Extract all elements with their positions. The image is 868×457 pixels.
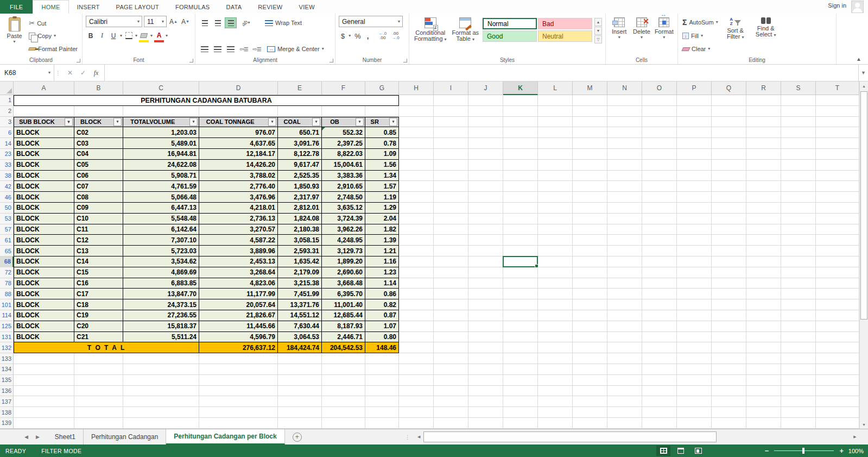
cell[interactable]: C08	[74, 192, 123, 203]
cell[interactable]	[399, 342, 434, 353]
cell[interactable]	[712, 267, 746, 278]
cell[interactable]: BLOCK	[14, 332, 74, 343]
row-header-114[interactable]: 114	[0, 310, 14, 321]
cell[interactable]: 4,596.79	[199, 332, 278, 343]
cell[interactable]: 27,236.55	[123, 310, 199, 321]
cell[interactable]	[677, 278, 712, 289]
cell[interactable]	[573, 214, 607, 224]
cell[interactable]	[677, 138, 712, 149]
row-header-1[interactable]: 1	[0, 95, 14, 106]
cell[interactable]	[399, 171, 434, 181]
cell[interactable]: 0.87	[365, 310, 399, 321]
cell[interactable]	[642, 299, 677, 310]
cell[interactable]: 7,451.99	[278, 289, 322, 299]
cell[interactable]: 11,001.40	[322, 299, 365, 310]
cell[interactable]	[503, 332, 538, 343]
cell[interactable]: C07	[74, 181, 123, 192]
cell[interactable]	[642, 192, 677, 203]
cell[interactable]	[538, 160, 573, 171]
column-header-F[interactable]: F	[322, 82, 365, 95]
cell[interactable]	[573, 396, 607, 407]
cell[interactable]: 1,824.08	[278, 214, 322, 224]
cell[interactable]	[642, 235, 677, 246]
cell[interactable]	[573, 364, 607, 375]
cell[interactable]	[642, 310, 677, 321]
cell[interactable]: 1.57	[365, 181, 399, 192]
cell[interactable]	[642, 386, 677, 397]
find-select-button[interactable]: Find & Select ▾	[752, 16, 780, 55]
cell[interactable]	[607, 203, 642, 214]
cell[interactable]	[816, 332, 859, 343]
cell[interactable]	[607, 353, 642, 364]
cell[interactable]	[538, 127, 573, 138]
cell[interactable]	[746, 127, 781, 138]
total-cell[interactable]: 184,424.74	[278, 342, 322, 353]
cell[interactable]	[365, 375, 399, 386]
cell[interactable]	[712, 342, 746, 353]
cell[interactable]	[816, 364, 859, 375]
cell[interactable]	[677, 375, 712, 386]
cell[interactable]	[123, 386, 199, 397]
row-header-78[interactable]: 78	[0, 278, 14, 289]
cell[interactable]	[123, 364, 199, 375]
cell[interactable]	[642, 321, 677, 332]
cell[interactable]	[573, 353, 607, 364]
cell[interactable]	[746, 267, 781, 278]
cell[interactable]	[712, 203, 746, 214]
cell[interactable]	[816, 203, 859, 214]
merge-center-button[interactable]: ↔Merge & Center ▾	[266, 43, 325, 54]
cell[interactable]	[781, 396, 816, 407]
cell[interactable]	[503, 192, 538, 203]
cell[interactable]	[434, 127, 468, 138]
tab-view[interactable]: VIEW	[291, 0, 323, 14]
cell[interactable]	[607, 117, 642, 128]
cell[interactable]: 13,847.70	[123, 289, 199, 299]
zoom-slider-thumb[interactable]	[802, 448, 804, 454]
cell[interactable]	[573, 289, 607, 299]
style-bad[interactable]: Bad	[538, 18, 592, 29]
cell[interactable]	[74, 386, 123, 397]
cell[interactable]: 4,587.22	[199, 235, 278, 246]
cell[interactable]	[434, 214, 468, 224]
enter-icon[interactable]: ✓	[77, 69, 89, 77]
cell[interactable]	[607, 106, 642, 117]
cell[interactable]	[278, 375, 322, 386]
cell[interactable]	[712, 95, 746, 106]
cell[interactable]	[781, 407, 816, 418]
cell[interactable]	[434, 289, 468, 299]
cell[interactable]: C19	[74, 310, 123, 321]
cell[interactable]	[468, 181, 503, 192]
cell[interactable]	[322, 418, 365, 429]
cell[interactable]	[573, 203, 607, 214]
cell[interactable]	[573, 192, 607, 203]
cell[interactable]	[816, 289, 859, 299]
cell[interactable]	[399, 127, 434, 138]
cell[interactable]	[123, 396, 199, 407]
cell[interactable]	[781, 224, 816, 235]
cell[interactable]	[712, 310, 746, 321]
cell[interactable]	[642, 332, 677, 343]
cell[interactable]	[816, 160, 859, 171]
cell[interactable]	[573, 310, 607, 321]
cell[interactable]	[607, 321, 642, 332]
column-header-M[interactable]: M	[573, 82, 607, 95]
cell[interactable]	[677, 396, 712, 407]
cell[interactable]	[781, 171, 816, 181]
column-header-R[interactable]: R	[746, 82, 781, 95]
formula-bar-divider[interactable]: ⋮	[54, 65, 62, 81]
cell[interactable]	[74, 396, 123, 407]
cell[interactable]: BLOCK	[14, 171, 74, 181]
cell[interactable]	[642, 127, 677, 138]
cell[interactable]: BLOCK	[14, 138, 74, 149]
cell[interactable]	[816, 235, 859, 246]
cell[interactable]	[468, 267, 503, 278]
cell[interactable]: BLOCK	[14, 278, 74, 289]
cell[interactable]: 3,215.38	[278, 278, 322, 289]
cell[interactable]: BLOCK	[14, 214, 74, 224]
cell[interactable]	[677, 203, 712, 214]
styles-scroll-down-button[interactable]: ▼	[594, 27, 602, 35]
cell[interactable]: 1.29	[365, 203, 399, 214]
cell[interactable]: 2,748.50	[322, 192, 365, 203]
cell[interactable]	[365, 396, 399, 407]
cell[interactable]	[399, 149, 434, 160]
